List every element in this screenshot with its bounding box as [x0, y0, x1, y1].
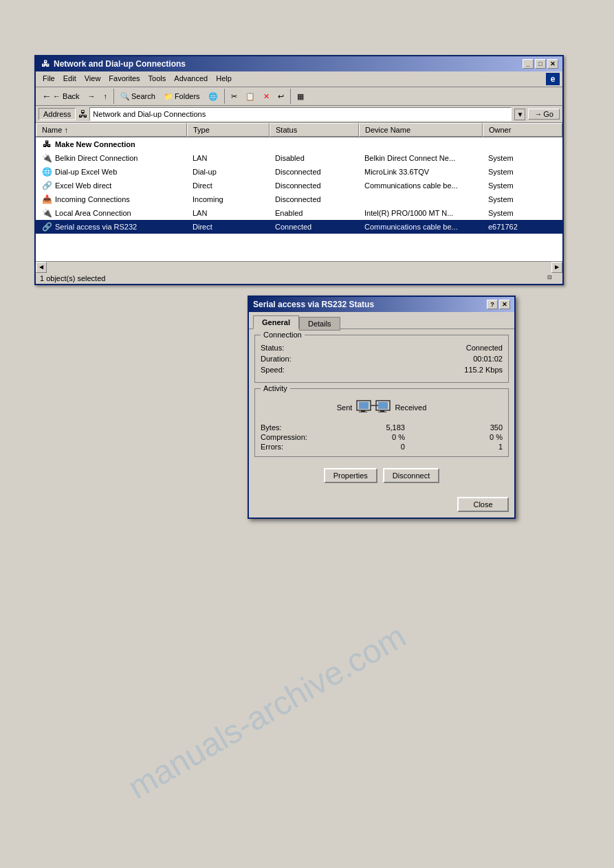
close-row: Close	[249, 494, 514, 518]
status-row: Status: Connected	[261, 344, 503, 352]
conn6-device: Communications cable be...	[359, 222, 483, 232]
menu-file[interactable]: File	[39, 73, 59, 85]
network-transfer-icon	[356, 397, 391, 418]
toolbar: ← ← Back → ↑ 🔍 Search 📁 Folders 🌐 ✂ 📋 ✕ …	[36, 87, 562, 106]
conn2-status: Disconnected	[270, 167, 359, 177]
make-new-label: Make New Connection	[55, 140, 135, 148]
svg-rect-8	[380, 410, 384, 412]
conn5-name-cell: 🔌 Local Area Connection	[36, 207, 187, 219]
search-button[interactable]: 🔍 Search	[117, 90, 159, 103]
disconnect-button[interactable]: Disconnect	[383, 468, 439, 483]
hscroll-right-btn[interactable]: ▶	[551, 262, 562, 273]
conn1-name-cell: 🔌 Belkin Direct Connection	[36, 152, 187, 164]
list-item[interactable]: 📥 Incoming Connections Incoming Disconne…	[36, 192, 562, 206]
conn6-owner: e671762	[483, 222, 562, 232]
conn4-icon: 📥	[41, 194, 52, 205]
list-item[interactable]: 🌐 Dial-up Excel Web Dial-up Disconnected…	[36, 165, 562, 179]
conn1-owner: System	[483, 153, 562, 163]
conn5-status: Enabled	[270, 208, 359, 218]
address-dropdown: ▼	[514, 110, 525, 118]
comp-sent: 0 %	[313, 433, 405, 441]
conn4-owner: System	[483, 194, 562, 204]
list-item[interactable]: 🔌 Local Area Connection LAN Enabled Inte…	[36, 206, 562, 220]
hscroll-left-btn[interactable]: ◀	[36, 262, 47, 273]
list-item[interactable]: 🔗 Excel Web direct Direct Disconnected C…	[36, 179, 562, 192]
delete-button[interactable]: ✕	[260, 90, 273, 103]
menu-advanced[interactable]: Advanced	[170, 73, 212, 85]
conn3-status: Disconnected	[270, 181, 359, 190]
status-label: Status:	[261, 344, 284, 352]
make-new-icon-cell: 🖧 Make New Connection	[36, 138, 187, 151]
conn1-icon: 🔌	[41, 153, 52, 164]
back-button[interactable]: ← ← Back	[39, 89, 83, 104]
col-header-name[interactable]: Name ↑	[36, 123, 187, 137]
minimize-button[interactable]: _	[523, 59, 534, 69]
maximize-button[interactable]: □	[535, 59, 546, 69]
go-arrow-icon: →	[534, 110, 542, 118]
conn2-icon: 🌐	[41, 166, 52, 177]
menu-help[interactable]: Help	[212, 73, 236, 85]
status-close-button[interactable]: ✕	[499, 300, 510, 309]
activity-icons: Sent	[337, 397, 427, 418]
search-icon: 🔍	[120, 92, 130, 101]
received-label-header: Received	[395, 403, 426, 412]
conn5-name: Local Area Connection	[55, 209, 131, 217]
conn3-owner: System	[483, 181, 562, 190]
svg-rect-2	[361, 410, 365, 412]
hscroll-track[interactable]	[47, 262, 551, 273]
address-input[interactable]	[89, 107, 512, 121]
conn1-name: Belkin Direct Connection	[55, 154, 138, 162]
speed-value: 115.2 Kbps	[464, 366, 503, 374]
statusbar-text: 1 object(s) selected	[40, 274, 105, 282]
list-item[interactable]: 🔌 Belkin Direct Connection LAN Disabled …	[36, 151, 562, 165]
menu-tools[interactable]: Tools	[144, 73, 171, 85]
conn2-owner: System	[483, 167, 562, 177]
conn2-name-cell: 🌐 Dial-up Excel Web	[36, 166, 187, 178]
help-button[interactable]: ?	[487, 300, 498, 309]
conn5-type: LAN	[187, 208, 270, 218]
tab-details[interactable]: Details	[299, 317, 340, 331]
conn3-type: Direct	[187, 181, 270, 190]
col-header-type[interactable]: Type	[187, 123, 270, 137]
tab-general[interactable]: General	[253, 315, 299, 329]
folders-button[interactable]: 📁 Folders	[160, 90, 204, 103]
list-item[interactable]: 🖧 Make New Connection	[36, 137, 562, 151]
listview-header: Name ↑ Type Status Device Name Owner	[36, 123, 562, 137]
status-value: Connected	[466, 344, 503, 352]
go-button[interactable]: → Go	[528, 109, 560, 120]
status-dialog-titlebar: Serial access via RS232 Status ? ✕	[249, 297, 514, 312]
globe-button[interactable]: 🌐	[205, 90, 221, 103]
up-button[interactable]: ↑	[100, 90, 111, 102]
conn1-device: Belkin Direct Connect Ne...	[359, 153, 483, 163]
activity-header: Sent	[261, 397, 503, 418]
address-label: Address	[39, 108, 76, 120]
conn3-name: Excel Web direct	[55, 181, 111, 190]
copy-button[interactable]: 📋	[242, 90, 259, 103]
col-header-owner[interactable]: Owner	[483, 123, 562, 137]
properties-button[interactable]: Properties	[324, 468, 377, 483]
sent-label-header: Sent	[337, 403, 353, 412]
toolbar-separator-3	[290, 89, 291, 104]
close-button[interactable]: ✕	[547, 59, 558, 69]
connection-group: Connection Status: Connected Duration: 0…	[254, 335, 509, 383]
forward-button[interactable]: →	[85, 90, 99, 102]
col-header-status[interactable]: Status	[270, 123, 359, 137]
col-header-device[interactable]: Device Name	[359, 123, 483, 137]
conn3-device: Communications cable be...	[359, 181, 483, 190]
view-button[interactable]: ▦	[294, 90, 307, 103]
list-item-selected[interactable]: 🔗 Serial access via RS232 Direct Connect…	[36, 220, 562, 234]
cut-button[interactable]: ✂	[228, 90, 241, 103]
undo-button[interactable]: ↩	[274, 90, 287, 103]
menu-edit[interactable]: Edit	[59, 73, 80, 85]
errors-label: Errors:	[261, 443, 307, 451]
status-titlebar-left: Serial access via RS232 Status	[253, 300, 374, 309]
make-new-status	[270, 144, 359, 145]
toolbar-separator-2	[224, 89, 225, 104]
conn1-status: Disabled	[270, 153, 359, 163]
address-dropdown-btn[interactable]: ▼	[514, 109, 525, 120]
close-dialog-button[interactable]: Close	[457, 497, 509, 512]
conn5-device: Intel(R) PRO/1000 MT N...	[359, 208, 483, 218]
menu-view[interactable]: View	[80, 73, 105, 85]
menu-favorites[interactable]: Favorites	[105, 73, 144, 85]
bytes-sent: 5,183	[313, 423, 405, 432]
